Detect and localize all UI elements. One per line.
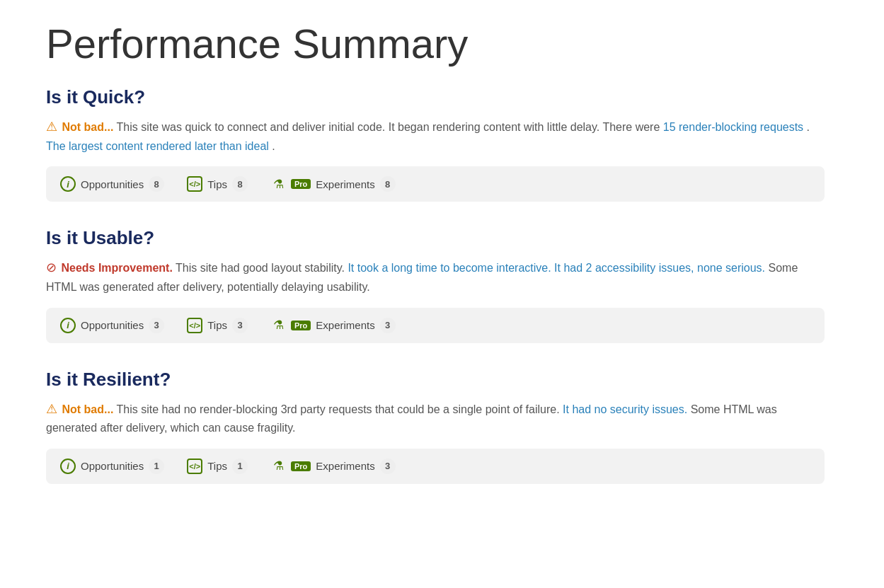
flask-icon-resilient: ⚗ xyxy=(270,459,286,474)
tips-count: 8 xyxy=(232,176,248,192)
section-resilient-heading: Is it Resilient? xyxy=(46,369,838,391)
tips-count-resilient: 1 xyxy=(232,459,248,474)
tips-metric-usable[interactable]: </> Tips 3 xyxy=(187,318,248,333)
error-icon: ⊘ xyxy=(46,260,57,275)
pro-badge-usable: Pro xyxy=(291,321,311,330)
status-label-resilient: Not bad... xyxy=(62,403,113,415)
usable-desc-text: This site had good layout stability. xyxy=(176,262,348,274)
opportunities-metric[interactable]: i Opportunities 8 xyxy=(60,176,164,192)
pro-badge: Pro xyxy=(291,179,311,189)
status-label: Not bad... xyxy=(62,121,113,133)
tips-label: Tips xyxy=(207,178,227,190)
experiments-count: 8 xyxy=(380,176,396,192)
status-label-usable: Needs Improvement. xyxy=(61,262,172,274)
experiments-metric[interactable]: ⚗ Pro Experiments 8 xyxy=(270,176,396,192)
section-quick-description: ⚠ Not bad... This site was quick to conn… xyxy=(46,117,825,155)
tips-label-resilient: Tips xyxy=(207,460,227,472)
opportunities-label: Opportunities xyxy=(81,178,144,190)
experiments-label-usable: Experiments xyxy=(316,319,374,331)
flask-icon: ⚗ xyxy=(270,176,286,192)
opportunities-metric-usable[interactable]: i Opportunities 3 xyxy=(60,318,164,333)
section-usable: Is it Usable? ⊘ Needs Improvement. This … xyxy=(46,227,838,342)
opportunities-count-resilient: 1 xyxy=(149,459,164,474)
experiments-metric-usable[interactable]: ⚗ Pro Experiments 3 xyxy=(270,318,396,333)
section-quick: Is it Quick? ⚠ Not bad... This site was … xyxy=(46,86,838,202)
experiments-metric-resilient[interactable]: ⚗ Pro Experiments 3 xyxy=(270,459,396,474)
metrics-bar-usable: i Opportunities 3 </> Tips 3 ⚗ Pro Exper… xyxy=(46,308,825,343)
usable-desc-link-2[interactable]: It had 2 accessibility issues, none seri… xyxy=(554,262,765,274)
section-quick-heading: Is it Quick? xyxy=(46,86,838,108)
tips-metric-resilient[interactable]: </> Tips 1 xyxy=(187,459,248,474)
opportunities-label-resilient: Opportunities xyxy=(81,460,144,472)
metrics-bar-resilient: i Opportunities 1 </> Tips 1 ⚗ Pro Exper… xyxy=(46,449,825,484)
section-usable-heading: Is it Usable? xyxy=(46,227,838,249)
desc-text-3: . xyxy=(272,140,275,152)
warning-icon-resilient: ⚠ xyxy=(46,402,57,416)
tips-count-usable: 3 xyxy=(232,318,248,333)
experiments-label-resilient: Experiments xyxy=(316,460,374,472)
opportunities-metric-resilient[interactable]: i Opportunities 1 xyxy=(60,459,164,474)
opportunities-label-usable: Opportunities xyxy=(81,319,144,331)
section-usable-description: ⊘ Needs Improvement. This site had good … xyxy=(46,258,825,296)
info-icon-usable: i xyxy=(60,318,76,333)
pro-badge-resilient: Pro xyxy=(291,461,311,471)
opportunities-count: 8 xyxy=(149,176,164,192)
tips-label-usable: Tips xyxy=(207,319,227,331)
code-icon-usable: </> xyxy=(187,318,202,333)
desc-link-2[interactable]: The largest content rendered later than … xyxy=(46,140,269,152)
section-resilient-description: ⚠ Not bad... This site had no render-blo… xyxy=(46,399,825,437)
metrics-bar-quick: i Opportunities 8 </> Tips 8 ⚗ Pro Exper… xyxy=(46,166,825,202)
desc-text-2: . xyxy=(807,121,810,133)
desc-text-1: This site was quick to connect and deliv… xyxy=(117,121,663,133)
page-title: Performance Summary xyxy=(46,21,838,67)
desc-link-1[interactable]: 15 render-blocking requests xyxy=(663,121,803,133)
warning-icon: ⚠ xyxy=(46,120,57,134)
resilient-desc-link-1[interactable]: It had no security issues. xyxy=(563,403,687,415)
section-resilient: Is it Resilient? ⚠ Not bad... This site … xyxy=(46,369,838,484)
code-icon-resilient: </> xyxy=(187,459,202,474)
flask-icon-usable: ⚗ xyxy=(270,318,286,333)
opportunities-count-usable: 3 xyxy=(149,318,164,333)
experiments-label: Experiments xyxy=(316,178,374,190)
resilient-desc-text-1: This site had no render-blocking 3rd par… xyxy=(117,403,563,415)
tips-metric[interactable]: </> Tips 8 xyxy=(187,176,248,192)
info-icon-resilient: i xyxy=(60,459,76,474)
experiments-count-usable: 3 xyxy=(380,318,396,333)
info-icon: i xyxy=(60,176,76,192)
usable-desc-link-1[interactable]: It took a long time to become interactiv… xyxy=(348,262,551,274)
code-icon: </> xyxy=(187,176,202,192)
experiments-count-resilient: 3 xyxy=(380,459,396,474)
